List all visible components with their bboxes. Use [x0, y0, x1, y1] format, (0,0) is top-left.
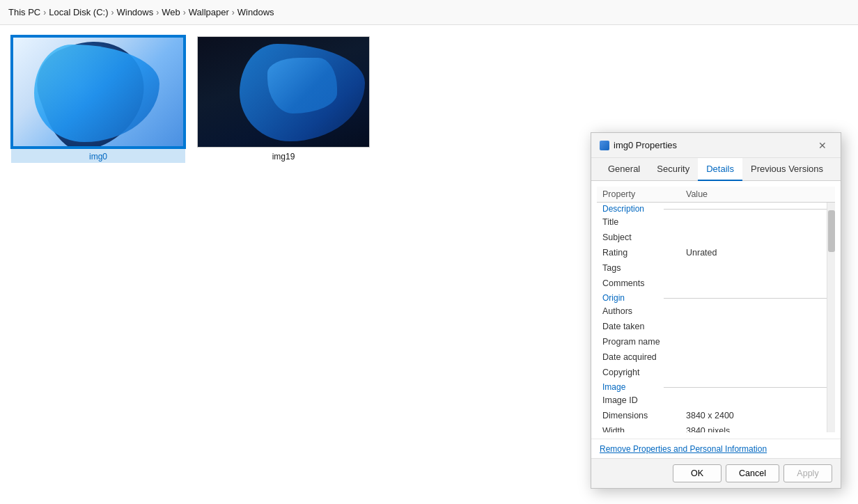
- prop-value-width: 3840 pixels: [686, 426, 829, 432]
- props-scroll-area: Description Title Subject Rating Unrated…: [597, 203, 835, 432]
- thumbnail-image-img19: [198, 37, 369, 147]
- prop-name-comments: Comments: [602, 278, 686, 290]
- breadcrumb-item-web[interactable]: Web: [162, 7, 180, 17]
- col-header-value: Value: [686, 189, 708, 199]
- tab-security[interactable]: Security: [648, 158, 698, 181]
- scrollbar-thumb[interactable]: [828, 210, 835, 252]
- wallpaper-shape-img0: [34, 45, 159, 142]
- breadcrumb-item-thispc[interactable]: This PC: [8, 7, 40, 17]
- dialog-footer: OK Cancel Apply: [591, 458, 841, 488]
- prop-row-tags[interactable]: Tags: [597, 261, 835, 276]
- prop-row-dimensions[interactable]: Dimensions 3840 x 2400: [597, 409, 835, 424]
- section-origin: Origin: [597, 293, 835, 303]
- thumbnail-image-img0: [13, 38, 183, 146]
- file-thumbnail-img19: [197, 36, 370, 148]
- breadcrumb-sep-3: ›: [156, 8, 159, 17]
- prop-name-tags: Tags: [602, 263, 686, 274]
- prop-row-width[interactable]: Width 3840 pixels: [597, 424, 835, 432]
- prop-value-programname: [686, 337, 829, 348]
- prop-value-imageid: [686, 395, 829, 407]
- section-description: Description: [597, 204, 835, 214]
- breadcrumb-sep-5: ›: [232, 8, 235, 17]
- apply-button[interactable]: Apply: [783, 464, 832, 482]
- dialog-tabs: General Security Details Previous Versio…: [591, 158, 841, 181]
- dialog-titlebar: img0 Properties ✕: [591, 133, 841, 158]
- prop-value-subject: [686, 233, 829, 244]
- prop-row-comments[interactable]: Comments: [597, 276, 835, 292]
- section-label-description: Description: [597, 204, 660, 214]
- prop-name-rating: Rating: [602, 248, 686, 259]
- prop-name-width: Width: [602, 426, 686, 432]
- prop-row-copyright[interactable]: Copyright: [597, 365, 835, 381]
- section-line-origin: [664, 298, 835, 299]
- breadcrumb-sep-1: ›: [43, 8, 46, 17]
- file-label-img0: img0: [85, 150, 111, 163]
- prop-value-title: [686, 217, 829, 228]
- prop-row-title[interactable]: Title: [597, 215, 835, 230]
- prop-value-rating: Unrated: [686, 248, 829, 259]
- prop-name-copyright: Copyright: [602, 368, 686, 379]
- dialog-title-text: img0 Properties: [614, 140, 677, 150]
- tab-general[interactable]: General: [600, 158, 648, 181]
- section-label-image: Image: [597, 382, 660, 392]
- prop-name-dateacquired: Date acquired: [602, 352, 686, 363]
- breadcrumb-sep-4: ›: [183, 8, 186, 17]
- wallpaper-highlight-img19: [267, 58, 337, 113]
- section-label-origin: Origin: [597, 293, 660, 303]
- prop-value-authors: [686, 306, 829, 317]
- prop-name-programname: Program name: [602, 337, 686, 348]
- breadcrumb-item-windows2[interactable]: Windows: [237, 7, 274, 17]
- breadcrumb-item-localdisk[interactable]: Local Disk (C:): [49, 7, 108, 17]
- dialog-close-button[interactable]: ✕: [813, 137, 832, 154]
- file-item-img0[interactable]: img0: [11, 36, 185, 163]
- breadcrumb-item-windows[interactable]: Windows: [116, 7, 153, 17]
- dialog-content: Property Value Description Title Subject: [591, 181, 841, 439]
- prop-value-dimensions: 3840 x 2400: [686, 411, 829, 422]
- prop-row-authors[interactable]: Authors: [597, 304, 835, 320]
- prop-name-datetaken: Date taken: [602, 322, 686, 333]
- cancel-button[interactable]: Cancel: [726, 464, 779, 482]
- prop-name-authors: Authors: [602, 306, 686, 317]
- prop-row-subject[interactable]: Subject: [597, 230, 835, 246]
- prop-value-comments: [686, 278, 829, 290]
- prop-value-datetaken: [686, 322, 829, 333]
- properties-dialog: img0 Properties ✕ General Security Detai…: [591, 132, 841, 489]
- prop-row-imageid[interactable]: Image ID: [597, 393, 835, 409]
- tab-previous-versions[interactable]: Previous Versions: [742, 158, 832, 181]
- section-line-description: [664, 209, 835, 210]
- file-thumbnail-img0: [12, 36, 185, 148]
- breadcrumb: This PC › Local Disk (C:) › Windows › We…: [0, 0, 858, 25]
- remove-properties-link[interactable]: Remove Properties and Personal Informati…: [600, 444, 767, 454]
- prop-name-imageid: Image ID: [602, 395, 686, 407]
- prop-value-copyright: [686, 368, 829, 379]
- dialog-title-left: img0 Properties: [600, 140, 677, 150]
- explorer-window: This PC › Local Disk (C:) › Windows › We…: [0, 0, 858, 504]
- table-header: Property Value: [597, 187, 835, 203]
- col-header-property: Property: [602, 189, 686, 199]
- prop-name-title: Title: [602, 217, 686, 228]
- ok-button[interactable]: OK: [673, 464, 722, 482]
- breadcrumb-item-wallpaper[interactable]: Wallpaper: [189, 7, 229, 17]
- tab-details[interactable]: Details: [698, 158, 742, 181]
- section-line-image: [664, 387, 835, 388]
- dialog-file-icon: [600, 141, 609, 150]
- prop-name-dimensions: Dimensions: [602, 411, 686, 422]
- prop-row-dateacquired[interactable]: Date acquired: [597, 350, 835, 365]
- prop-row-rating[interactable]: Rating Unrated: [597, 246, 835, 261]
- prop-name-subject: Subject: [602, 233, 686, 244]
- section-image: Image: [597, 382, 835, 392]
- file-label-img19: img19: [268, 150, 299, 163]
- prop-value-dateacquired: [686, 352, 829, 363]
- file-item-img19[interactable]: img19: [196, 36, 370, 163]
- prop-value-tags: [686, 263, 829, 274]
- prop-row-programname[interactable]: Program name: [597, 335, 835, 350]
- prop-row-datetaken[interactable]: Date taken: [597, 320, 835, 335]
- scrollbar-track[interactable]: [827, 203, 835, 432]
- breadcrumb-sep-2: ›: [111, 8, 114, 17]
- dialog-link-area: Remove Properties and Personal Informati…: [591, 439, 841, 458]
